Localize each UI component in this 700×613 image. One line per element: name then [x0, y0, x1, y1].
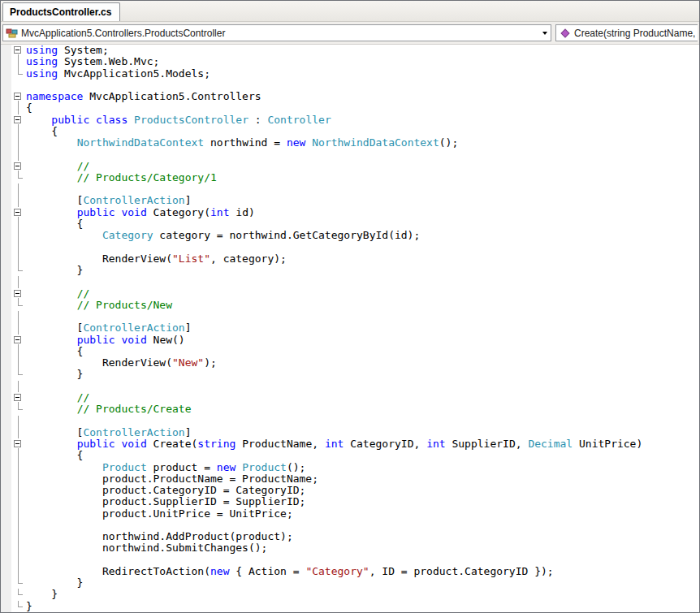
indicator-margin	[1, 80, 11, 91]
code-text[interactable]: //	[26, 288, 699, 300]
indicator-margin	[1, 357, 11, 369]
fold-collapse-toggle-icon[interactable]	[11, 161, 26, 172]
chevron-down-icon[interactable]	[538, 25, 551, 41]
code-text[interactable]	[26, 276, 699, 287]
code-text[interactable]	[26, 80, 699, 91]
indicator-margin	[1, 404, 11, 415]
code-text[interactable]: {	[26, 218, 699, 230]
code-text[interactable]: {	[26, 126, 699, 137]
code-text[interactable]: //	[26, 161, 699, 172]
code-text[interactable]: public void Create(string ProductName, i…	[26, 438, 699, 450]
code-text[interactable]	[26, 416, 699, 427]
code-line: {	[1, 102, 699, 114]
fold-collapse-toggle-icon[interactable]	[11, 45, 26, 56]
indicator-margin	[1, 473, 11, 485]
fold-collapse-toggle-icon[interactable]	[11, 335, 26, 346]
code-text[interactable]: product.SupplierID = SupplierID;	[26, 496, 699, 507]
code-text[interactable]: //	[26, 392, 699, 404]
fold-collapse-toggle-icon[interactable]	[11, 438, 26, 450]
code-text[interactable]: using System;	[26, 45, 699, 56]
code-text[interactable]: }	[26, 577, 699, 589]
code-text[interactable]: {	[26, 450, 699, 461]
fold-margin-cell	[11, 520, 26, 531]
indicator-margin	[1, 253, 11, 265]
code-text[interactable]: using MvcApplication5.Models;	[26, 68, 699, 80]
indicator-margin	[1, 392, 11, 404]
code-text[interactable]: northwind.SubmitChanges();	[26, 542, 699, 554]
collapse-minus-icon[interactable]	[14, 93, 21, 100]
code-text[interactable]: [ControllerAction]	[26, 427, 699, 438]
collapse-minus-icon[interactable]	[14, 394, 21, 401]
code-text[interactable]: product.CategoryID = CategoryID;	[26, 485, 699, 496]
fold-collapse-toggle-icon[interactable]	[11, 288, 26, 300]
code-text[interactable]	[26, 555, 699, 566]
code-text[interactable]	[26, 381, 699, 392]
code-text[interactable]: }	[26, 601, 699, 612]
fold-collapse-toggle-icon[interactable]	[11, 207, 26, 218]
collapse-minus-icon[interactable]	[14, 162, 21, 170]
code-text[interactable]: // Products/Category/1	[26, 172, 699, 183]
code-text[interactable]: {	[26, 346, 699, 357]
code-text[interactable]: public void Category(int id)	[26, 207, 699, 218]
indicator-margin	[1, 601, 11, 612]
code-text[interactable]: product.ProductName = ProductName;	[26, 473, 699, 485]
collapse-minus-icon[interactable]	[14, 336, 21, 343]
collapse-minus-icon[interactable]	[14, 116, 21, 123]
code-text[interactable]: }	[26, 369, 699, 380]
fold-margin-cell	[11, 427, 26, 438]
indicator-margin	[1, 265, 11, 276]
fold-margin-cell	[11, 473, 26, 485]
indicator-margin	[1, 137, 11, 149]
code-text[interactable]	[26, 520, 699, 531]
fold-margin-cell	[11, 149, 26, 160]
collapse-minus-icon[interactable]	[14, 209, 21, 216]
code-text[interactable]: using System.Web.Mvc;	[26, 56, 699, 67]
indicator-margin	[1, 369, 11, 380]
types-dropdown[interactable]: MvcApplication5.Controllers.ProductsCont…	[2, 24, 551, 41]
code-text[interactable]: }	[26, 265, 699, 276]
fold-margin-cell	[11, 450, 26, 461]
code-text[interactable]: {	[26, 102, 699, 114]
code-text[interactable]: NorthwindDataContext northwind = new Nor…	[26, 137, 699, 149]
tab-productscontroller[interactable]: ProductsController.cs	[2, 2, 120, 21]
code-text[interactable]: RenderView("List", category);	[26, 253, 699, 265]
code-text[interactable]: product.UnitPrice = UnitPrice;	[26, 508, 699, 520]
code-line	[1, 381, 699, 392]
code-text[interactable]	[26, 149, 699, 160]
code-text[interactable]: // Products/New	[26, 300, 699, 311]
code-text[interactable]: namespace MvcApplication5.Controllers	[26, 91, 699, 102]
indicator-margin	[1, 346, 11, 357]
code-text[interactable]: }	[26, 589, 699, 600]
code-text[interactable]: public void New()	[26, 335, 699, 346]
code-text[interactable]: RenderView("New");	[26, 357, 699, 369]
collapse-minus-icon[interactable]	[14, 440, 21, 447]
code-line	[1, 80, 699, 91]
code-text[interactable]: [ControllerAction]	[26, 322, 699, 334]
indicator-margin	[1, 542, 11, 554]
indicator-margin	[1, 462, 11, 473]
members-dropdown[interactable]: Create(string ProductName, in	[555, 24, 698, 41]
indicator-margin	[1, 288, 11, 300]
code-text[interactable]: Category category = northwind.GetCategor…	[26, 230, 699, 241]
collapse-minus-icon[interactable]	[14, 290, 21, 297]
code-text[interactable]	[26, 183, 699, 195]
fold-collapse-toggle-icon[interactable]	[11, 392, 26, 404]
indicator-margin	[1, 91, 11, 102]
code-line: using MvcApplication5.Models;	[1, 68, 699, 80]
code-text[interactable]: // Products/Create	[26, 404, 699, 415]
code-text[interactable]: northwind.AddProduct(product);	[26, 531, 699, 542]
fold-margin-cell	[11, 253, 26, 265]
fold-collapse-toggle-icon[interactable]	[11, 91, 26, 102]
code-text[interactable]: RedirectToAction(new { Action = "Categor…	[26, 566, 699, 577]
code-area[interactable]: using System;using System.Web.Mvc;using …	[1, 45, 699, 612]
fold-collapse-toggle-icon[interactable]	[11, 114, 26, 126]
indicator-margin	[1, 276, 11, 287]
indicator-margin	[1, 149, 11, 160]
code-text[interactable]	[26, 242, 699, 253]
code-text[interactable]: Product product = new Product();	[26, 462, 699, 473]
code-text[interactable]: public class ProductsController : Contro…	[26, 114, 699, 126]
indicator-margin	[1, 335, 11, 346]
code-text[interactable]	[26, 311, 699, 322]
collapse-minus-icon[interactable]	[14, 46, 21, 54]
code-text[interactable]: [ControllerAction]	[26, 195, 699, 206]
